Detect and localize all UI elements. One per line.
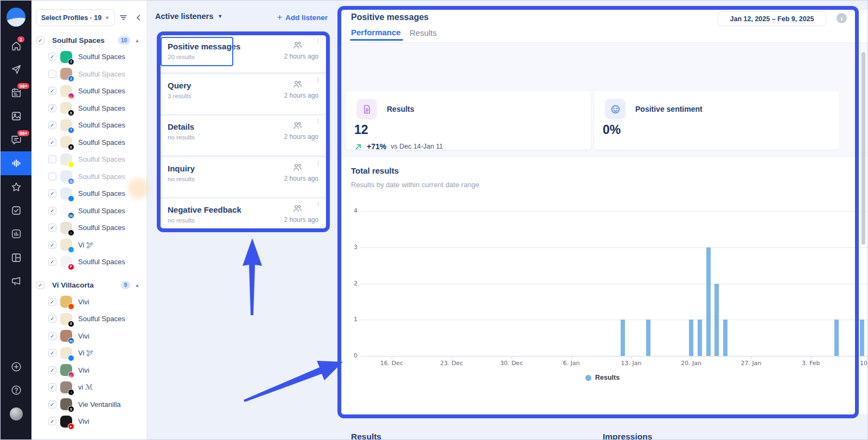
- profile-row[interactable]: ✓Vivi: [31, 362, 146, 379]
- profile-name: Vie Ventanilla: [78, 400, 121, 409]
- listener-title: Positive messages: [168, 42, 240, 51]
- sidebar-item-help[interactable]: [1, 378, 31, 402]
- profile-row[interactable]: fSoulful Spaces: [31, 66, 146, 83]
- profile-checkbox[interactable]: ✓: [48, 121, 56, 129]
- group-checkbox[interactable]: ✓: [36, 281, 44, 289]
- profile-checkbox[interactable]: ✓: [48, 332, 56, 340]
- profile-group-header[interactable]: ✓Vi Villacorta9▲: [31, 277, 146, 294]
- profile-checkbox[interactable]: ✓: [48, 53, 56, 61]
- sidebar-item-calendar[interactable]: 99+: [1, 81, 31, 105]
- kebab-menu-icon[interactable]: ⁞: [317, 203, 319, 206]
- vista-social-logo[interactable]: [7, 8, 25, 27]
- profile-row[interactable]: ✓inVivi: [31, 328, 146, 345]
- profile-checkbox[interactable]: [48, 70, 56, 78]
- x-axis-tick: [691, 356, 692, 359]
- profile-checkbox[interactable]: [48, 173, 56, 181]
- profile-name: Soulful Spaces: [78, 70, 125, 78]
- profile-row[interactable]: ✓PSoulful Spaces: [31, 253, 146, 271]
- sidebar-item-user-avatar[interactable]: [1, 402, 31, 426]
- sidebar-item-media[interactable]: [1, 104, 31, 128]
- listener-title: Negative Feedback: [168, 205, 241, 214]
- profile-row[interactable]: ✓♪vi ℳ: [31, 379, 146, 396]
- x-icon: X: [68, 321, 74, 327]
- page-scrollbar[interactable]: [861, 52, 865, 245]
- profile-checkbox[interactable]: ✓: [48, 189, 56, 197]
- add-listener-button[interactable]: + Add listener: [277, 12, 328, 22]
- kebab-menu-icon[interactable]: ⁞: [317, 40, 319, 43]
- kebab-menu-icon[interactable]: ⁞: [317, 120, 319, 123]
- profile-row[interactable]: ✓XSoulful Spaces: [31, 134, 146, 151]
- listener-card-query[interactable]: Query3 results⁞2 hours ago: [161, 74, 326, 114]
- profile-name: Vivi: [78, 298, 90, 306]
- profile-group-header[interactable]: ✓Soulful Spaces10▲: [31, 32, 146, 48]
- notification-badge: 1: [16, 35, 25, 43]
- sidebar-item-reports[interactable]: [1, 222, 31, 246]
- chart-bar-2025-01-15: [646, 320, 650, 356]
- tab-performance[interactable]: Performance: [351, 28, 401, 37]
- group-checkbox[interactable]: ✓: [36, 36, 44, 44]
- profile-row[interactable]: ✓tSoulful Spaces: [31, 48, 146, 66]
- sidebar-item-tasks[interactable]: [1, 199, 31, 222]
- sidebar-item-boards[interactable]: [1, 246, 31, 270]
- profile-name: Soulful Spaces: [78, 224, 125, 232]
- profile-row[interactable]: ✓XSoulful Spaces: [31, 310, 146, 328]
- profile-checkbox[interactable]: ✓: [48, 207, 56, 215]
- info-icon[interactable]: i: [837, 13, 847, 23]
- profile-row[interactable]: ✓XVie Ventanilla: [31, 396, 146, 413]
- profile-checkbox[interactable]: ✓: [48, 258, 56, 266]
- profile-row[interactable]: ✓inSoulful Spaces: [31, 202, 146, 220]
- select-profiles-dropdown[interactable]: Select Profiles · 19 ▼: [36, 9, 115, 26]
- listener-card-negative-feedback[interactable]: Negative Feedbackno results⁞2 hours ago: [161, 199, 326, 228]
- profile-checkbox[interactable]: ✓: [48, 224, 56, 232]
- sidebar-item-send[interactable]: [1, 58, 31, 81]
- profile-checkbox[interactable]: ✓: [48, 366, 56, 374]
- instagram-icon: [68, 372, 74, 378]
- profile-row[interactable]: ✓Vivi: [31, 294, 146, 311]
- profile-row[interactable]: ✓▸Vivi: [31, 413, 146, 430]
- people-icon: [292, 162, 303, 175]
- profile-row[interactable]: Soulful Spaces: [31, 151, 146, 168]
- profile-checkbox[interactable]: ✓: [48, 417, 56, 425]
- active-listeners-dropdown[interactable]: Active listeners ▼: [155, 12, 222, 21]
- profile-name: Vi 🕊: [78, 349, 93, 357]
- profile-checkbox[interactable]: [48, 155, 56, 163]
- date-range-picker[interactable]: Jan 12, 2025 – Feb 9, 2025: [718, 11, 826, 26]
- profile-checkbox[interactable]: ✓: [48, 315, 56, 323]
- profile-checkbox[interactable]: ✓: [48, 349, 56, 357]
- profile-row[interactable]: ✓♪Soulful Spaces: [31, 219, 146, 237]
- results-section-heading: Results: [351, 432, 381, 440]
- collapse-panel-icon[interactable]: [134, 13, 143, 24]
- profile-checkbox[interactable]: ✓: [48, 138, 56, 146]
- people-icon: [292, 40, 303, 53]
- profile-checkbox[interactable]: ✓: [48, 87, 56, 95]
- profile-checkbox[interactable]: ✓: [48, 400, 56, 409]
- profile-checkbox[interactable]: ✓: [48, 241, 56, 249]
- x-axis-label: 6. Jan: [554, 360, 589, 367]
- legend-marker: [585, 375, 591, 381]
- kebab-menu-icon[interactable]: ⁞: [317, 79, 319, 82]
- profile-checkbox[interactable]: ✓: [48, 298, 56, 306]
- filter-icon[interactable]: [119, 13, 128, 24]
- profile-row[interactable]: ✓Soulful Spaces: [31, 82, 146, 100]
- sidebar-item-favorites[interactable]: [1, 175, 31, 199]
- profile-checkbox[interactable]: ✓: [48, 104, 56, 112]
- profile-checkbox[interactable]: ✓: [48, 383, 56, 391]
- sidebar-item-messages[interactable]: 99+: [1, 128, 31, 152]
- sidebar-item-listening[interactable]: [1, 151, 31, 175]
- sidebar-item-home[interactable]: 1: [1, 34, 31, 58]
- sidebar-item-add[interactable]: [1, 355, 31, 379]
- listener-card-inquiry[interactable]: Inquiryno results⁞2 hours ago: [161, 157, 326, 197]
- profile-row[interactable]: ✓Vi 🕊: [31, 345, 146, 362]
- profile-row[interactable]: ✓XSoulful Spaces: [31, 100, 146, 117]
- twitter-icon: [68, 246, 74, 253]
- listener-card-details[interactable]: Detailsno results⁞2 hours ago: [161, 116, 326, 155]
- chart-legend[interactable]: Results: [585, 374, 620, 381]
- kebab-menu-icon[interactable]: ⁞: [317, 162, 319, 165]
- avatar: ▸: [60, 416, 72, 428]
- profile-row[interactable]: ✓fSoulful Spaces: [31, 117, 146, 134]
- x-axis-label: 30. Dec: [494, 360, 529, 367]
- profile-row[interactable]: ✓Vi 🕊: [31, 237, 146, 254]
- tab-results[interactable]: Results: [410, 28, 437, 37]
- listener-card-positive-messages[interactable]: Positive messages20 results⁞2 hours ago: [161, 35, 326, 72]
- sidebar-item-advocacy[interactable]: [1, 269, 31, 293]
